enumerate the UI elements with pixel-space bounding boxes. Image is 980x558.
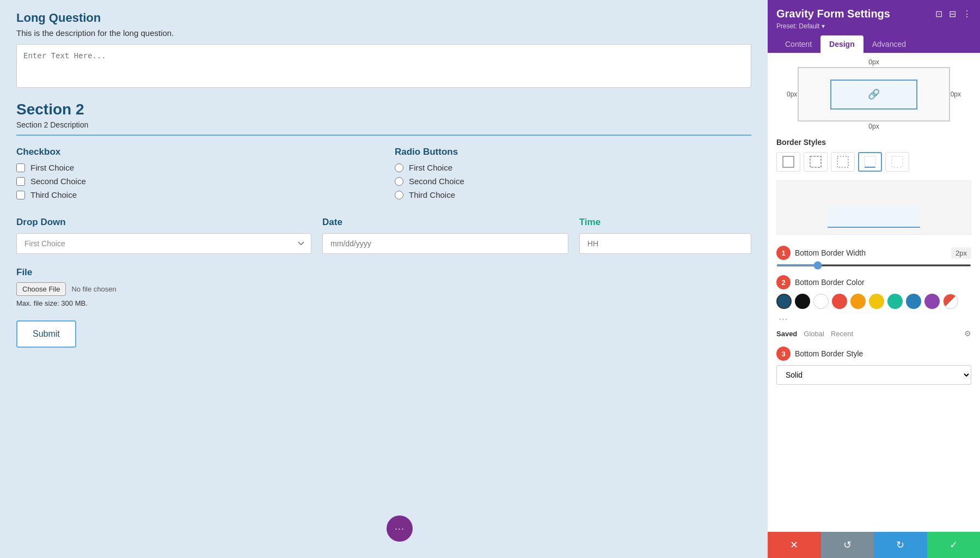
step-badge-2: 2 (776, 275, 791, 289)
checkbox-input-2[interactable] (16, 177, 25, 186)
color-swatch-yellow[interactable] (869, 294, 884, 309)
color-swatch-blue-dark[interactable] (776, 294, 792, 309)
radio-choice-1[interactable]: First Choice (395, 163, 751, 172)
color-tabs: Saved Global Recent (776, 330, 853, 338)
panel-header: Gravity Form Settings ⊡ ⊟ ⋮ Preset: Defa… (768, 0, 980, 53)
panel-body: 0px 0px 0px 0px 🔗 Border Styles (768, 53, 980, 532)
checkbox-input-1[interactable] (16, 163, 25, 172)
radio-choice-2[interactable]: Second Choice (395, 177, 751, 186)
bbw-label: Bottom Border Width (795, 248, 866, 257)
date-input[interactable] (322, 233, 568, 254)
radio-choice-3[interactable]: Third Choice (395, 190, 751, 199)
file-input-row: Choose File No file chosen (16, 282, 751, 296)
border-styles-title: Border Styles (776, 138, 971, 147)
svg-rect-4 (865, 156, 875, 166)
save-button[interactable]: ✓ (927, 532, 981, 558)
tab-content[interactable]: Content (776, 35, 820, 53)
color-swatch-custom[interactable] (943, 294, 958, 309)
color-swatch-orange[interactable] (850, 294, 866, 309)
border-style-select[interactable]: None Solid Dashed Dotted Double (776, 365, 971, 385)
redo-button[interactable]: ↻ (874, 532, 927, 558)
border-style-dashed-btn[interactable] (804, 152, 828, 172)
color-swatch-red[interactable] (832, 294, 847, 309)
border-style-dotted-btn[interactable] (831, 152, 855, 172)
checkbox-group: Checkbox First Choice Second Choice Thir… (16, 147, 373, 204)
submit-button[interactable]: Submit (16, 320, 76, 348)
time-input[interactable] (579, 233, 751, 254)
time-label: Time (579, 217, 751, 228)
form-section: Long Question This is the description fo… (0, 0, 768, 359)
bbw-header-row: 1 Bottom Border Width 2px (776, 246, 971, 260)
radio-choice-2-text: Second Choice (409, 177, 464, 186)
maximize-icon[interactable]: ⊡ (935, 9, 942, 19)
date-label: Date (322, 217, 568, 228)
color-swatches: ··· (776, 294, 971, 325)
padding-visualizer: 0px 0px 0px 0px 🔗 (776, 62, 971, 127)
file-label: File (16, 267, 751, 278)
svg-rect-2 (837, 156, 848, 167)
dots-icon: ··· (395, 523, 405, 535)
checkbox-input-3[interactable] (16, 191, 25, 199)
border-style-bottom-btn[interactable] (858, 152, 882, 172)
padding-left-label: 0px (787, 90, 797, 98)
padding-right-label: 0px (951, 90, 961, 98)
outer-padding-box: 0px 0px 0px 0px 🔗 (798, 67, 950, 122)
tab-advanced[interactable]: Advanced (863, 35, 915, 53)
radio-input-1[interactable] (395, 163, 403, 172)
border-style-solid-btn[interactable] (776, 152, 800, 172)
panel-tabs: Content Design Advanced (776, 35, 971, 53)
radio-input-3[interactable] (395, 191, 403, 199)
checkbox-choice-1[interactable]: First Choice (16, 163, 373, 172)
padding-bottom-label: 0px (868, 123, 879, 130)
color-tab-saved[interactable]: Saved (776, 330, 797, 338)
checkbox-choice-3-text: Third Choice (30, 190, 77, 199)
border-bottom-icon (863, 155, 877, 168)
color-tab-recent[interactable]: Recent (831, 330, 853, 338)
bottom-border-style-section: 3 Bottom Border Style None Solid Dashed … (776, 347, 971, 385)
long-question-title: Long Question (16, 11, 751, 25)
link-icon[interactable]: 🔗 (868, 88, 880, 100)
right-panel: Gravity Form Settings ⊡ ⊟ ⋮ Preset: Defa… (768, 0, 980, 558)
svg-rect-1 (810, 156, 821, 167)
checkbox-choice-3[interactable]: Third Choice (16, 190, 373, 199)
color-tab-row: Saved Global Recent ⚙ (776, 329, 971, 338)
choose-file-button[interactable]: Choose File (16, 282, 66, 296)
step-badge-3: 3 (776, 347, 791, 361)
file-size-text: Max. file size: 300 MB. (16, 299, 751, 307)
color-swatch-purple[interactable] (924, 294, 940, 309)
border-style-none-btn[interactable] (885, 152, 909, 172)
undo-button[interactable]: ↺ (821, 532, 874, 558)
floating-dots-button[interactable]: ··· (387, 515, 413, 542)
inner-padding-box: 🔗 (830, 80, 917, 110)
panel-header-icons: ⊡ ⊟ ⋮ (935, 9, 971, 19)
padding-top-label: 0px (868, 58, 879, 66)
tab-design[interactable]: Design (820, 35, 863, 53)
color-more-icon[interactable]: ··· (779, 312, 788, 325)
bbs-header-row: 3 Bottom Border Style (776, 347, 971, 361)
section2-block: Section 2 Section 2 Description (16, 101, 751, 136)
more-icon[interactable]: ⋮ (963, 9, 971, 19)
radio-input-2[interactable] (395, 177, 403, 186)
bbw-slider-row (776, 264, 971, 266)
border-width-slider[interactable] (776, 264, 971, 266)
checkbox-choice-2[interactable]: Second Choice (16, 177, 373, 186)
file-section: File Choose File No file chosen Max. fil… (16, 267, 751, 307)
panel-header-top: Gravity Form Settings ⊡ ⊟ ⋮ (776, 8, 971, 20)
border-style-buttons (776, 152, 971, 172)
columns-icon[interactable]: ⊟ (949, 9, 956, 19)
color-tab-global[interactable]: Global (804, 330, 824, 338)
radio-label: Radio Buttons (395, 147, 751, 157)
color-settings-icon[interactable]: ⚙ (964, 329, 971, 338)
color-swatch-white[interactable] (813, 294, 829, 309)
panel-preset[interactable]: Preset: Default ▾ (776, 22, 971, 30)
long-question-input[interactable] (16, 44, 751, 88)
color-swatch-teal[interactable] (887, 294, 903, 309)
dropdown-select[interactable]: First Choice Second Choice Third Choice (16, 233, 311, 254)
cancel-button[interactable]: ✕ (768, 532, 821, 558)
bbs-label: Bottom Border Style (795, 349, 863, 358)
section2-description: Section 2 Description (16, 120, 751, 136)
radio-choice-1-text: First Choice (409, 163, 452, 172)
color-swatch-black[interactable] (795, 294, 810, 309)
checkbox-radio-row: Checkbox First Choice Second Choice Thir… (16, 147, 751, 204)
color-swatch-blue[interactable] (906, 294, 921, 309)
